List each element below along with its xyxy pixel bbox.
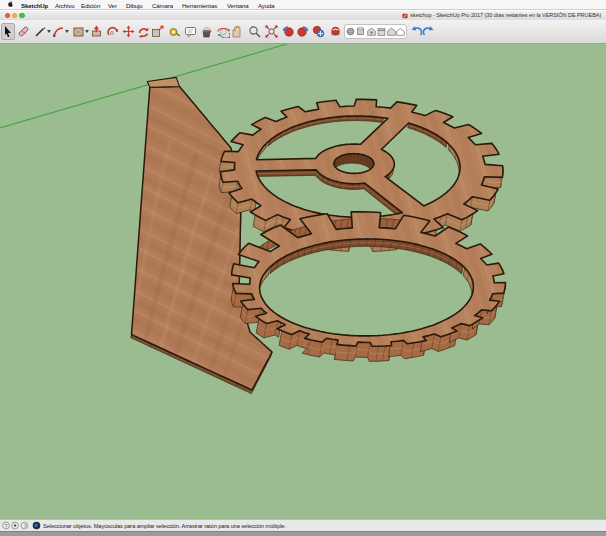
svg-text:?: ? xyxy=(4,523,7,529)
